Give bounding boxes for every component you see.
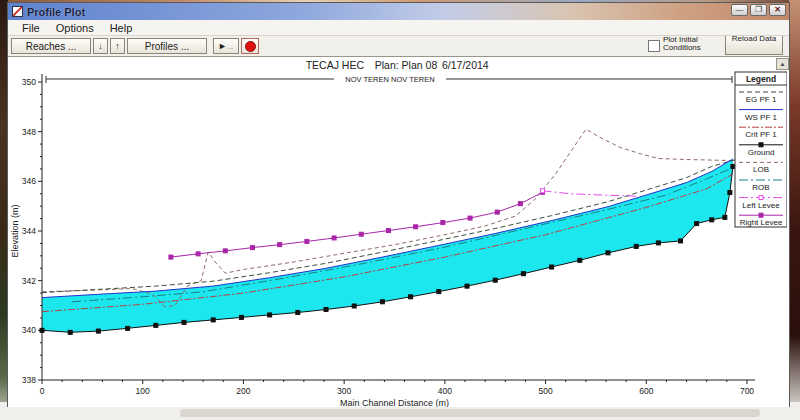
reaches-button[interactable]: Reaches ... bbox=[11, 38, 91, 54]
svg-text:TECAJ HEC: TECAJ HEC bbox=[306, 59, 365, 71]
toolbar-right: Plot Initial Conditions Reload Data bbox=[648, 36, 783, 57]
reach-down-button[interactable]: ↓ bbox=[93, 38, 108, 54]
window-icon bbox=[12, 6, 23, 17]
plot-client-area: 3383403423443463483500100200300400500600… bbox=[8, 57, 789, 407]
close-button[interactable]: ✕ bbox=[769, 4, 786, 16]
svg-text:300: 300 bbox=[337, 386, 351, 396]
profiles-button[interactable]: Profiles ... bbox=[127, 38, 207, 54]
plot-initial-conditions-label: Plot Initial Conditions bbox=[663, 36, 715, 52]
svg-text:WS PF 1: WS PF 1 bbox=[745, 113, 778, 122]
minimize-button[interactable]: — bbox=[731, 4, 748, 16]
toolbar: Reaches ... ↓ ↑ Profiles ... ► .. Plot I… bbox=[8, 36, 789, 57]
svg-text:Ground: Ground bbox=[748, 148, 775, 157]
taskbar-bar bbox=[180, 409, 760, 417]
svg-text:Left Levee: Left Levee bbox=[742, 201, 780, 210]
svg-text:348: 348 bbox=[22, 127, 36, 137]
menu-file[interactable]: File bbox=[14, 22, 48, 34]
svg-text:100: 100 bbox=[136, 386, 150, 396]
svg-text:344: 344 bbox=[22, 226, 36, 236]
svg-text:Plan: Plan 08: Plan: Plan 08 bbox=[375, 59, 438, 71]
play-icon: ► bbox=[218, 41, 227, 51]
svg-text:350: 350 bbox=[22, 77, 36, 87]
profile-chart: 3383403423443463483500100200300400500600… bbox=[8, 58, 787, 407]
record-icon bbox=[245, 41, 256, 52]
svg-text:Right Levee: Right Levee bbox=[740, 218, 783, 227]
profile-plot-window: Profile Plot — ❐ ✕ File Options Help Rea… bbox=[7, 2, 790, 407]
maximize-button[interactable]: ❐ bbox=[750, 4, 767, 16]
svg-text:6/17/2014: 6/17/2014 bbox=[442, 59, 489, 71]
svg-text:338: 338 bbox=[22, 375, 36, 385]
window-controls: — ❐ ✕ bbox=[731, 4, 786, 16]
svg-text:600: 600 bbox=[639, 386, 653, 396]
reload-data-button[interactable]: Reload Data bbox=[725, 36, 783, 55]
svg-text:ROB: ROB bbox=[752, 183, 769, 192]
svg-text:NOV TEREN NOV TEREN: NOV TEREN NOV TEREN bbox=[345, 75, 434, 84]
record-button[interactable] bbox=[241, 38, 259, 54]
scroll-up-button[interactable]: ▲ bbox=[776, 58, 789, 70]
menu-help[interactable]: Help bbox=[102, 22, 141, 34]
plot-initial-conditions[interactable]: Plot Initial Conditions bbox=[648, 36, 715, 57]
svg-text:340: 340 bbox=[22, 325, 36, 335]
animate-button[interactable]: ► .. bbox=[213, 38, 239, 54]
svg-text:0: 0 bbox=[40, 386, 45, 396]
svg-text:400: 400 bbox=[438, 386, 452, 396]
svg-text:200: 200 bbox=[236, 386, 250, 396]
svg-text:LOB: LOB bbox=[753, 165, 769, 174]
svg-text:Elevation (m): Elevation (m) bbox=[10, 204, 20, 257]
desktop-wallpaper-right bbox=[789, 0, 800, 420]
reach-up-button[interactable]: ↑ bbox=[110, 38, 125, 54]
menu-options[interactable]: Options bbox=[48, 22, 102, 34]
svg-text:700: 700 bbox=[740, 386, 754, 396]
plot-initial-conditions-checkbox[interactable] bbox=[648, 40, 660, 52]
title-bar[interactable]: Profile Plot — ❐ ✕ bbox=[8, 3, 789, 20]
svg-text:EG PF 1: EG PF 1 bbox=[746, 95, 777, 104]
legend-title: Legend bbox=[746, 74, 776, 84]
svg-text:Main Channel Distance (m): Main Channel Distance (m) bbox=[340, 398, 449, 407]
svg-text:342: 342 bbox=[22, 276, 36, 286]
svg-text:346: 346 bbox=[22, 176, 36, 186]
window-title: Profile Plot bbox=[27, 6, 85, 18]
svg-text:Crit PF 1: Crit PF 1 bbox=[745, 130, 777, 139]
menu-bar: File Options Help bbox=[8, 20, 789, 36]
svg-text:500: 500 bbox=[538, 386, 552, 396]
